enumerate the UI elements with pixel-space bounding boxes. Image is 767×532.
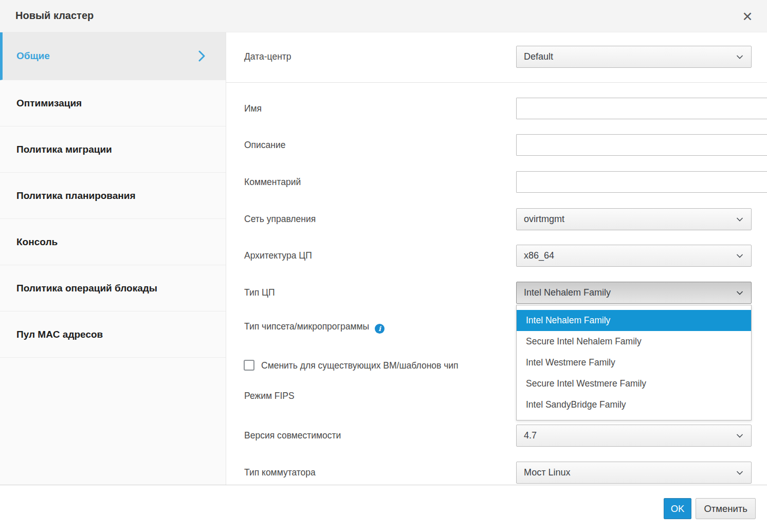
sidebar-item-label: Консоль — [16, 236, 58, 248]
chipset-label: Тип чипсета/микропрограммыi — [244, 315, 385, 338]
change-existing-checkbox[interactable] — [244, 360, 254, 371]
mgmt-network-select-value: ovirtmgmt — [524, 214, 564, 225]
cpu-arch-label: Архитектура ЦП — [244, 245, 312, 267]
description-row: Описание — [226, 134, 767, 156]
comment-row: Комментарий — [226, 171, 767, 193]
cpu-type-label: Тип ЦП — [244, 282, 275, 304]
cpu-type-row: Тип ЦП Intel Nehalem Family — [226, 282, 767, 304]
cpu-type-dropdown-list: Intel Nehalem Family Secure Intel Nehale… — [516, 305, 752, 420]
sidebar-item-mac-pool[interactable]: Пул MAC адресов — [0, 311, 226, 358]
sidebar-item-label: Общие — [16, 50, 50, 62]
cpu-type-select-value: Intel Nehalem Family — [524, 287, 611, 298]
chevron-down-icon — [736, 290, 743, 295]
sidebar-item-migration-policy[interactable]: Политика миграции — [0, 126, 226, 173]
sidebar-item-fencing-policy[interactable]: Политика операций блокады — [0, 265, 226, 311]
switch-type-row: Тип коммутатора Мост Linux — [226, 462, 767, 484]
cpu-arch-select[interactable]: x86_64 — [516, 245, 752, 267]
ok-button[interactable]: OK — [664, 498, 692, 519]
mgmt-network-label: Сеть управления — [244, 208, 316, 230]
cpu-arch-select-value: x86_64 — [524, 250, 554, 261]
name-input[interactable] — [516, 98, 767, 119]
cpu-type-select[interactable]: Intel Nehalem Family — [516, 282, 752, 304]
dialog-footer: OK Отменить — [0, 485, 767, 532]
switch-type-select-value: Мост Linux — [524, 467, 570, 478]
fips-label: Режим FIPS — [244, 390, 295, 402]
sidebar-item-console[interactable]: Консоль — [0, 219, 226, 265]
chevron-down-icon — [736, 54, 743, 59]
dropdown-option[interactable]: Secure Intel Westmere Family — [517, 373, 751, 394]
datacenter-select[interactable]: Default — [516, 46, 752, 68]
sidebar-item-optimization[interactable]: Оптимизация — [0, 80, 226, 126]
close-icon[interactable]: ✕ — [737, 6, 758, 27]
sidebar-item-general[interactable]: Общие — [0, 32, 226, 80]
dropdown-option[interactable]: Intel Nehalem Family — [517, 310, 751, 331]
compat-version-label: Версия совместимости — [244, 425, 341, 447]
dropdown-option[interactable]: Intel Westmere Family — [517, 352, 751, 373]
sidebar-item-label: Политика операций блокады — [16, 283, 157, 294]
sidebar-item-label: Политика планирования — [16, 190, 136, 201]
sidebar-item-scheduling-policy[interactable]: Политика планирования — [0, 173, 226, 219]
comment-label: Комментарий — [244, 171, 301, 193]
chevron-down-icon — [736, 433, 743, 438]
mgmt-network-select[interactable]: ovirtmgmt — [516, 208, 752, 230]
chevron-down-icon — [736, 217, 743, 222]
mgmt-network-row: Сеть управления ovirtmgmt — [226, 208, 767, 230]
chevron-right-icon — [198, 50, 205, 62]
dropdown-option[interactable]: Intel SandyBridge Family — [517, 394, 751, 415]
sidebar-item-label: Оптимизация — [16, 98, 82, 109]
sidebar-item-label: Политика миграции — [16, 144, 112, 155]
chevron-down-icon — [736, 253, 743, 258]
compat-version-row: Версия совместимости 4.7 — [226, 425, 767, 447]
datacenter-label: Дата-центр — [244, 46, 291, 68]
section-divider — [226, 82, 767, 83]
compat-version-select[interactable]: 4.7 — [516, 425, 752, 447]
chipset-label-text: Тип чипсета/микропрограммы — [244, 321, 369, 332]
description-input[interactable] — [516, 134, 767, 156]
description-label: Описание — [244, 134, 286, 156]
comment-input[interactable] — [516, 171, 767, 193]
dialog-sidebar: Общие Оптимизация Политика миграции Поли… — [0, 32, 226, 485]
dialog-header: Новый кластер ✕ — [0, 0, 767, 32]
chevron-down-icon — [736, 470, 743, 475]
change-existing-label: Сменить для существующих ВМ/шаблонов чип — [261, 360, 459, 371]
new-cluster-dialog: Новый кластер ✕ Общие Оптимизация Полити… — [0, 0, 767, 532]
switch-type-select[interactable]: Мост Linux — [516, 462, 752, 484]
cpu-arch-row: Архитектура ЦП x86_64 — [226, 245, 767, 267]
cancel-button[interactable]: Отменить — [696, 498, 756, 519]
sidebar-item-label: Пул MAC адресов — [16, 329, 103, 340]
compat-version-select-value: 4.7 — [524, 430, 537, 441]
name-label: Имя — [244, 98, 262, 119]
datacenter-select-value: Default — [524, 51, 553, 62]
datacenter-row: Дата-центр Default — [226, 46, 767, 68]
switch-type-label: Тип коммутатора — [244, 462, 316, 484]
general-form: Дата-центр Default Имя Описание Коммента… — [226, 32, 767, 485]
info-icon[interactable]: i — [375, 324, 385, 334]
dialog-title: Новый кластер — [15, 0, 94, 31]
name-row: Имя — [226, 98, 767, 119]
dropdown-option[interactable]: Secure Intel Nehalem Family — [517, 331, 751, 352]
